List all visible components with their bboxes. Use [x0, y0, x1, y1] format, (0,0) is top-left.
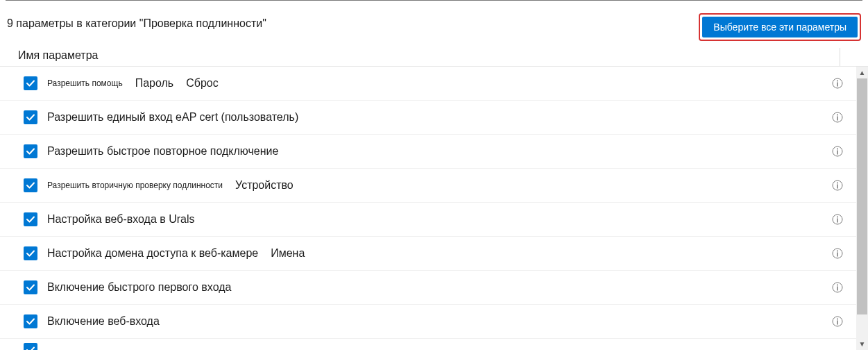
- select-all-button[interactable]: Выберите все эти параметры: [702, 17, 858, 37]
- category-header: 9 параметры в категории "Проверка подлин…: [0, 1, 868, 45]
- column-name: Имя параметра: [18, 49, 98, 61]
- scrollbar[interactable]: ▲ ▼: [856, 67, 868, 350]
- info-icon[interactable]: [831, 179, 844, 192]
- table-header: Имя параметра: [0, 45, 868, 67]
- row-labels: Разрешить быстрое повторное подключение: [47, 145, 831, 158]
- table-row[interactable]: Включение веб-входа: [0, 305, 856, 339]
- scrollbar-track[interactable]: [856, 78, 868, 338]
- select-all-highlight: Выберите все эти параметры: [699, 13, 861, 41]
- checkbox-checked-icon[interactable]: [24, 212, 37, 226]
- row-labels: Разрешить помощьПарольСброс: [47, 77, 831, 90]
- row-label: Разрешить помощь: [47, 78, 123, 88]
- checkbox-checked-icon[interactable]: [24, 314, 37, 328]
- checkbox-checked-icon[interactable]: [24, 178, 37, 192]
- scroll-up-icon[interactable]: ▲: [856, 67, 868, 78]
- checkbox-checked-icon[interactable]: [24, 110, 37, 124]
- column-separator: [840, 48, 840, 66]
- table-row[interactable]: Разрешить быстрое повторное подключение: [0, 135, 856, 169]
- row-labels: Включение быстрого первого входа: [47, 281, 831, 294]
- settings-list: Разрешить помощьПарольСбросРазрешить еди…: [0, 67, 856, 350]
- table-row[interactable]: Разрешить единый вход eAP cert (пользова…: [0, 101, 856, 135]
- table-row[interactable]: [0, 339, 856, 350]
- row-label: Сброс: [186, 77, 219, 90]
- info-icon[interactable]: [831, 111, 844, 124]
- row-label: Включение веб-входа: [47, 315, 160, 328]
- scroll-down-icon[interactable]: ▼: [856, 338, 868, 350]
- row-labels: Разрешить единый вход eAP cert (пользова…: [47, 111, 831, 124]
- checkbox-checked-icon[interactable]: [24, 144, 37, 158]
- row-label: Имена: [271, 247, 305, 260]
- settings-list-wrap: Разрешить помощьПарольСбросРазрешить еди…: [0, 67, 868, 350]
- row-labels: Включение веб-входа: [47, 315, 831, 328]
- row-label: Разрешить вторичную проверку подлинности: [47, 180, 223, 190]
- table-row[interactable]: Настройка веб-входа в Urals: [0, 203, 856, 237]
- row-labels: Разрешить вторичную проверку подлинности…: [47, 179, 831, 192]
- category-text: параметры в категории "Проверка подлинно…: [16, 17, 266, 29]
- info-icon[interactable]: [831, 315, 844, 328]
- table-row[interactable]: Настройка домена доступа к веб-камереИме…: [0, 237, 856, 271]
- table-row[interactable]: Разрешить помощьПарольСброс: [0, 67, 856, 101]
- info-icon[interactable]: [831, 281, 844, 294]
- row-label: Включение быстрого первого входа: [47, 281, 231, 294]
- checkbox-checked-icon[interactable]: [24, 76, 37, 90]
- row-label: Разрешить единый вход eAP cert (пользова…: [47, 111, 298, 124]
- scrollbar-thumb[interactable]: [857, 78, 867, 314]
- row-label: Настройка веб-входа в Urals: [47, 213, 195, 226]
- category-title: 9 параметры в категории "Проверка подлин…: [7, 13, 266, 30]
- settings-count: 9: [7, 17, 13, 29]
- info-icon[interactable]: [831, 247, 844, 260]
- row-labels: Настройка домена доступа к веб-камереИме…: [47, 247, 831, 260]
- checkbox-checked-icon[interactable]: [24, 246, 37, 260]
- info-icon[interactable]: [831, 145, 844, 158]
- row-label: Настройка домена доступа к веб-камере: [47, 247, 258, 260]
- row-label: Разрешить быстрое повторное подключение: [47, 145, 278, 158]
- table-row[interactable]: Включение быстрого первого входа: [0, 271, 856, 305]
- checkbox-checked-icon[interactable]: [24, 280, 37, 294]
- row-label: Устройство: [235, 179, 293, 192]
- info-icon[interactable]: [831, 77, 844, 90]
- row-label: Пароль: [135, 77, 174, 90]
- checkbox-checked-icon[interactable]: [24, 343, 37, 350]
- row-labels: Настройка веб-входа в Urals: [47, 213, 831, 226]
- info-icon[interactable]: [831, 213, 844, 226]
- table-row[interactable]: Разрешить вторичную проверку подлинности…: [0, 169, 856, 203]
